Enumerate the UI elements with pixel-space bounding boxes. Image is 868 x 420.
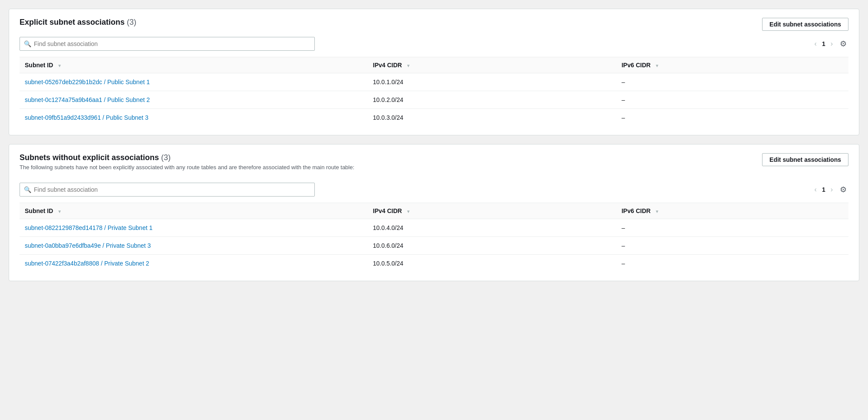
explicit-search-container: 🔍 — [20, 37, 315, 51]
table-row: subnet-09fb51a9d2433d961 / Public Subnet… — [20, 109, 848, 127]
table-row: subnet-0c1274a75a9b46aa1 / Public Subnet… — [20, 91, 848, 109]
explicit-edit-button[interactable]: Edit subnet associations — [762, 18, 848, 31]
sort-icon-ipv4-2: ▼ — [406, 209, 411, 214]
implicit-subnet-id-1[interactable]: subnet-0a0bba97e6dfba49e / Private Subne… — [20, 237, 368, 255]
implicit-search-row: 🔍 ‹ 1 › ⚙ — [20, 183, 848, 197]
implicit-table: Subnet ID ▼ IPv4 CIDR ▼ IPv6 CIDR ▼ subn… — [20, 203, 848, 272]
sort-icon-ipv6-2: ▼ — [655, 209, 659, 214]
implicit-subtitle: The following subnets have not been expl… — [20, 164, 354, 171]
explicit-col-subnet: Subnet ID ▼ — [20, 57, 368, 73]
implicit-edit-button[interactable]: Edit subnet associations — [762, 153, 848, 166]
implicit-search-input[interactable] — [20, 183, 315, 197]
implicit-pagination: ‹ 1 › ⚙ — [813, 184, 848, 195]
implicit-settings-button[interactable]: ⚙ — [838, 184, 848, 195]
sort-icon-ipv4: ▼ — [406, 63, 411, 68]
explicit-table: Subnet ID ▼ IPv4 CIDR ▼ IPv6 CIDR ▼ subn… — [20, 57, 848, 126]
explicit-pagination: ‹ 1 › ⚙ — [813, 38, 848, 49]
implicit-col-subnet: Subnet ID ▼ — [20, 203, 368, 219]
explicit-prev-button[interactable]: ‹ — [813, 39, 818, 49]
table-row: subnet-07422f3a4b2af8808 / Private Subne… — [20, 255, 848, 272]
explicit-subnet-id-2[interactable]: subnet-09fb51a9d2433d961 / Public Subnet… — [20, 109, 368, 127]
implicit-prev-button[interactable]: ‹ — [813, 185, 818, 194]
implicit-title: Subnets without explicit associations (3… — [20, 153, 171, 162]
implicit-table-header-row: Subnet ID ▼ IPv4 CIDR ▼ IPv6 CIDR ▼ — [20, 203, 848, 219]
explicit-page-number: 1 — [822, 40, 825, 47]
implicit-page-number: 1 — [822, 186, 825, 193]
explicit-ipv4-2: 10.0.3.0/24 — [368, 109, 617, 127]
explicit-search-row: 🔍 ‹ 1 › ⚙ — [20, 37, 848, 51]
explicit-panel-header: Explicit subnet associations (3) Edit su… — [20, 18, 848, 31]
explicit-subnet-id-1[interactable]: subnet-0c1274a75a9b46aa1 / Public Subnet… — [20, 91, 368, 109]
implicit-panel-title-group: Subnets without explicit associations (3… — [20, 153, 354, 177]
sort-icon-ipv6: ▼ — [655, 63, 659, 68]
table-row: subnet-0a0bba97e6dfba49e / Private Subne… — [20, 237, 848, 255]
implicit-ipv6-1: – — [616, 237, 848, 255]
implicit-count: (3) — [161, 153, 171, 162]
implicit-ipv4-2: 10.0.5.0/24 — [368, 255, 617, 272]
search-icon: 🔍 — [24, 40, 31, 47]
implicit-next-button[interactable]: › — [829, 185, 835, 194]
explicit-subnet-id-0[interactable]: subnet-05267deb229b1b2dc / Public Subnet… — [20, 73, 368, 91]
implicit-subnet-id-2[interactable]: subnet-07422f3a4b2af8808 / Private Subne… — [20, 255, 368, 272]
implicit-ipv4-0: 10.0.4.0/24 — [368, 219, 617, 237]
explicit-panel-title-group: Explicit subnet associations (3) — [20, 18, 136, 27]
implicit-subnet-id-0[interactable]: subnet-0822129878ed14178 / Private Subne… — [20, 219, 368, 237]
explicit-ipv6-2: – — [616, 109, 848, 127]
implicit-search-container: 🔍 — [20, 183, 315, 197]
explicit-ipv4-0: 10.0.1.0/24 — [368, 73, 617, 91]
explicit-ipv4-1: 10.0.2.0/24 — [368, 91, 617, 109]
implicit-subnet-panel: Subnets without explicit associations (3… — [9, 144, 859, 281]
sort-icon-subnet: ▼ — [57, 63, 62, 68]
explicit-count: (3) — [127, 18, 136, 26]
explicit-ipv6-0: – — [616, 73, 848, 91]
explicit-settings-button[interactable]: ⚙ — [838, 38, 848, 49]
table-row: subnet-0822129878ed14178 / Private Subne… — [20, 219, 848, 237]
implicit-panel-header: Subnets without explicit associations (3… — [20, 153, 848, 177]
explicit-search-input[interactable] — [20, 37, 315, 51]
search-icon-2: 🔍 — [24, 186, 31, 193]
implicit-col-ipv6: IPv6 CIDR ▼ — [616, 203, 848, 219]
explicit-col-ipv6: IPv6 CIDR ▼ — [616, 57, 848, 73]
explicit-col-ipv4: IPv4 CIDR ▼ — [368, 57, 617, 73]
implicit-ipv4-1: 10.0.6.0/24 — [368, 237, 617, 255]
explicit-table-header-row: Subnet ID ▼ IPv4 CIDR ▼ IPv6 CIDR ▼ — [20, 57, 848, 73]
explicit-ipv6-1: – — [616, 91, 848, 109]
implicit-ipv6-2: – — [616, 255, 848, 272]
implicit-col-ipv4: IPv4 CIDR ▼ — [368, 203, 617, 219]
explicit-next-button[interactable]: › — [829, 39, 835, 49]
sort-icon-subnet-2: ▼ — [57, 209, 62, 214]
explicit-title: Explicit subnet associations (3) — [20, 18, 136, 26]
table-row: subnet-05267deb229b1b2dc / Public Subnet… — [20, 73, 848, 91]
implicit-ipv6-0: – — [616, 219, 848, 237]
explicit-subnet-panel: Explicit subnet associations (3) Edit su… — [9, 9, 859, 135]
